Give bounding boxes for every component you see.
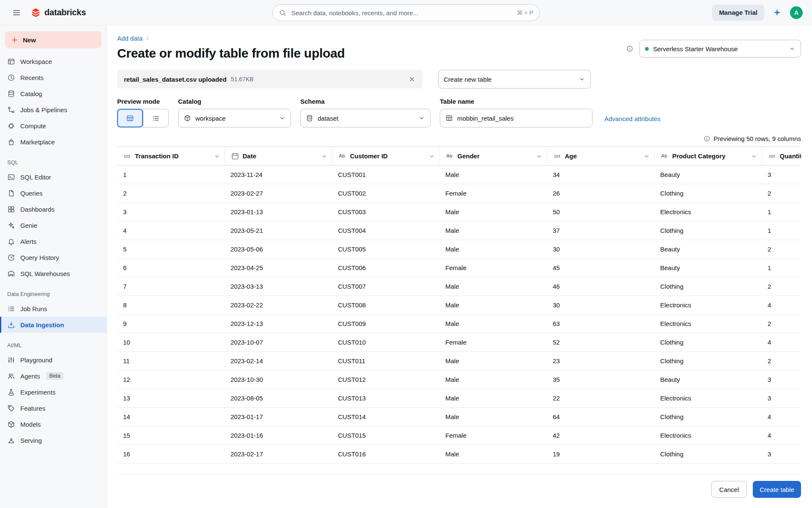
- assistant-button[interactable]: [772, 7, 782, 18]
- sidebar-item-workspace[interactable]: Workspace: [0, 53, 107, 69]
- table-cell: 4: [762, 426, 801, 445]
- sidebar-item-data-ingestion[interactable]: Data Ingestion: [0, 317, 107, 333]
- table-cell: 2023-12-13: [225, 315, 332, 333]
- table-cell: CUST016: [332, 445, 439, 464]
- preview-list-button[interactable]: [143, 109, 169, 127]
- sql-editor-icon: [7, 173, 15, 181]
- table-cell: 3: [117, 203, 225, 221]
- svg-text:Ab: Ab: [339, 153, 345, 158]
- sidebar-item-agents[interactable]: AgentsBeta: [0, 368, 107, 384]
- sidebar-toggle-button[interactable]: [10, 6, 23, 19]
- manage-trial-button[interactable]: Manage Trial: [712, 5, 764, 21]
- sidebar-item-experiments[interactable]: Experiments: [0, 384, 107, 400]
- features-icon: [7, 404, 15, 412]
- column-menu-chevron-icon[interactable]: [643, 153, 650, 160]
- table-name-input[interactable]: mobbin_retail_sales: [440, 109, 593, 127]
- warehouse-select-value: Serverless Starter Warehouse: [653, 45, 738, 52]
- table-cell: CUST014: [332, 408, 439, 426]
- jobs-icon: [7, 106, 15, 114]
- preview-table: 123Transaction IDDateAbCustomer IDAbGend…: [117, 146, 801, 464]
- advanced-attributes-link[interactable]: Advanced attributes: [604, 115, 661, 122]
- table-cell: Male: [439, 445, 547, 464]
- table-cell: Male: [439, 389, 547, 408]
- table-cell: 2023-02-14: [225, 352, 332, 370]
- sidebar-item-label: SQL Warehouses: [20, 270, 70, 277]
- new-button[interactable]: New: [5, 31, 102, 48]
- column-menu-chevron-icon[interactable]: [751, 153, 757, 160]
- sidebar-item-dashboards[interactable]: Dashboards: [0, 201, 107, 217]
- table-cell: 2023-05-06: [225, 240, 332, 259]
- column-menu-chevron-icon[interactable]: [536, 153, 543, 160]
- sidebar-item-queries[interactable]: Queries: [0, 185, 107, 201]
- table-row: 72023-03-13CUST007Male46Clothing2: [117, 277, 801, 296]
- column-header-date[interactable]: Date: [225, 147, 332, 166]
- warehouse-select[interactable]: Serverless Starter Warehouse: [639, 40, 801, 58]
- sidebar-item-marketplace[interactable]: Marketplace: [0, 134, 107, 150]
- column-header-product-category[interactable]: AbProduct Category: [654, 147, 762, 166]
- table-cell: Clothing: [654, 221, 762, 240]
- search-input[interactable]: [291, 9, 513, 17]
- cancel-button[interactable]: Cancel: [711, 481, 747, 498]
- column-header-gender[interactable]: AbGender: [439, 147, 547, 166]
- sidebar-item-catalog[interactable]: Catalog: [0, 86, 107, 102]
- databricks-logo[interactable]: databricks: [30, 7, 86, 18]
- table-cell: 5: [117, 240, 225, 259]
- sidebar-item-jobs-pipelines[interactable]: Jobs & Pipelines: [0, 102, 107, 118]
- column-header-label: Date: [243, 152, 257, 160]
- sidebar-item-label: Queries: [20, 190, 43, 197]
- sidebar-item-query-history[interactable]: Query History: [0, 249, 107, 265]
- table-cell: 50: [547, 203, 654, 221]
- chevron-down-icon: [418, 115, 425, 121]
- sidebar-item-serving[interactable]: Serving: [0, 432, 107, 448]
- table-row: 42023-05-21CUST004Male37Clothing1: [117, 221, 801, 240]
- catalog-select-value: workspace: [195, 115, 226, 122]
- sidebar-item-alerts[interactable]: Alerts: [0, 233, 107, 249]
- sidebar-item-features[interactable]: Features: [0, 400, 107, 416]
- table-cell: 37: [547, 221, 654, 240]
- table-cell: 16: [117, 445, 225, 464]
- warehouse-info-icon[interactable]: [626, 45, 634, 52]
- column-header-transaction-id[interactable]: 123Transaction ID: [117, 147, 225, 166]
- sidebar-item-genie[interactable]: Genie: [0, 217, 107, 233]
- breadcrumb-add-data-link[interactable]: Add data: [117, 35, 143, 42]
- table-mode-select[interactable]: Create new table: [438, 70, 591, 88]
- create-table-button[interactable]: Create table: [753, 481, 801, 498]
- sidebar-item-recents[interactable]: Recents: [0, 69, 107, 86]
- grid-view-icon: [126, 114, 134, 122]
- table-cell: 46: [547, 277, 654, 296]
- column-header-quantity[interactable]: 123Quantity: [762, 147, 801, 166]
- sidebar-item-playground[interactable]: Playground: [0, 352, 107, 368]
- string-type-icon: Ab: [661, 152, 669, 160]
- table-cell: 3: [762, 370, 801, 389]
- catalog-select[interactable]: workspace: [178, 109, 291, 127]
- column-menu-chevron-icon[interactable]: [321, 153, 328, 160]
- table-cell: CUST010: [332, 333, 439, 352]
- column-header-customer-id[interactable]: AbCustomer ID: [332, 147, 439, 166]
- column-menu-chevron-icon[interactable]: [214, 153, 220, 160]
- preview-info: Previewing 50 rows, 9 columns: [117, 135, 801, 142]
- avatar[interactable]: A: [790, 6, 803, 19]
- table-cell: Clothing: [654, 445, 762, 464]
- page-title: Create or modify table from file upload: [117, 46, 345, 61]
- table-cell: CUST006: [332, 259, 439, 277]
- table-cell: Male: [439, 166, 547, 184]
- table-cell: Male: [439, 296, 547, 315]
- preview-grid-button[interactable]: [117, 109, 143, 127]
- table-cell: 2: [117, 184, 225, 203]
- table-cell: 2023-10-07: [225, 333, 332, 352]
- column-header-age[interactable]: 123Age: [547, 147, 654, 166]
- table-cell: 52: [547, 333, 654, 352]
- sidebar-item-models[interactable]: Models: [0, 416, 107, 432]
- sidebar-item-job-runs[interactable]: Job Runs: [0, 301, 107, 317]
- column-menu-chevron-icon[interactable]: [428, 153, 435, 160]
- sidebar-item-compute[interactable]: Compute: [0, 118, 107, 134]
- sidebar-item-sql-warehouses[interactable]: SQL Warehouses: [0, 265, 107, 282]
- table-cell: 9: [117, 315, 225, 333]
- table-row: 22023-02-27CUST002Female26Clothing2: [117, 184, 801, 203]
- table-cell: 2: [762, 352, 801, 370]
- global-search[interactable]: ⌘ + P: [272, 4, 540, 21]
- schema-select[interactable]: dataset: [300, 109, 431, 127]
- marketplace-icon: [7, 138, 15, 146]
- sidebar-item-sql-editor[interactable]: SQL Editor: [0, 169, 107, 185]
- remove-file-button[interactable]: [406, 73, 418, 86]
